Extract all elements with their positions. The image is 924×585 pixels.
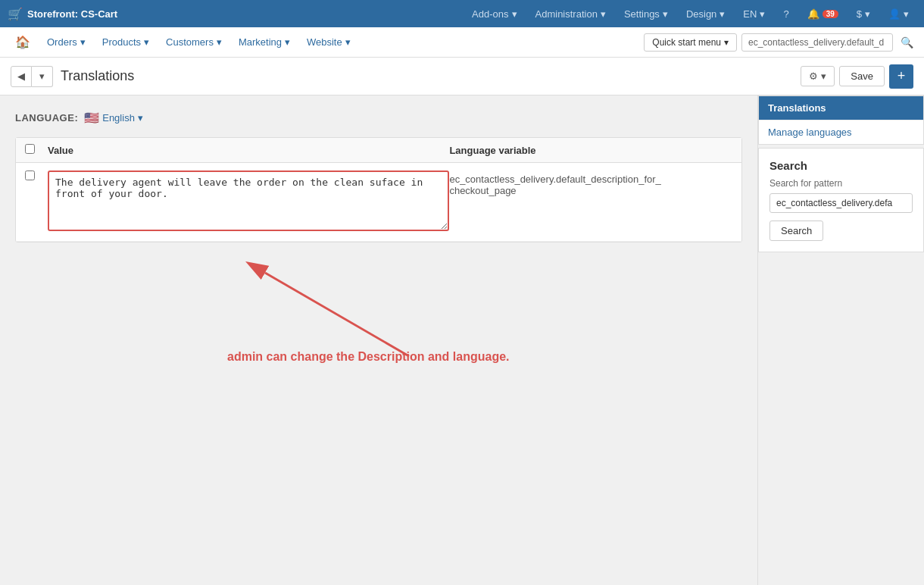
row-langvar-cell: ec_contactless_delivery.default_descript… <box>449 170 732 196</box>
quick-start-button[interactable]: Quick start menu ▾ <box>644 33 737 52</box>
top-nav-right: Add-ons ▾ Administration ▾ Settings ▾ De… <box>464 0 916 27</box>
svg-line-1 <box>265 273 409 356</box>
chevron-down-icon: ▾ <box>865 8 870 20</box>
brand-name: Storefront: CS-Cart <box>27 8 117 20</box>
chevron-down-icon: ▾ <box>345 36 351 48</box>
products-menu[interactable]: Products ▾ <box>95 27 157 58</box>
design-menu[interactable]: Design ▾ <box>679 0 732 27</box>
settings-button[interactable]: ⚙ ▾ <box>801 66 835 86</box>
second-navigation: 🏠 Orders ▾ Products ▾ Customers ▾ Market… <box>0 27 924 58</box>
header-langvar: Language variable <box>449 145 732 156</box>
search-panel-title: Search <box>769 159 913 172</box>
top-search-icon[interactable]: 🔍 <box>897 33 916 52</box>
brand-logo[interactable]: 🛒 Storefront: CS-Cart <box>8 7 117 21</box>
chevron-down-icon: ▾ <box>601 8 606 20</box>
row-checkbox[interactable] <box>25 170 35 180</box>
currency-selector[interactable]: $ ▾ <box>849 0 878 27</box>
sidebar-nav-header: Translations <box>759 96 923 120</box>
chevron-down-icon: ▾ <box>724 37 729 48</box>
user-icon: 👤 <box>888 8 901 20</box>
help-icon[interactable]: ? <box>776 0 796 27</box>
addons-menu[interactable]: Add-ons ▾ <box>464 0 524 27</box>
chevron-down-icon: ▾ <box>821 70 826 82</box>
main-layout: LANGUAGE: 🇺🇸 English ▾ Value Language va… <box>0 95 924 585</box>
language-name: English <box>102 112 135 124</box>
customers-menu[interactable]: Customers ▾ <box>158 27 229 58</box>
dropdown-arrow-button[interactable]: ▾ <box>32 66 53 87</box>
chevron-down-icon: ▾ <box>760 8 765 20</box>
langvar-line2: checkout_page <box>449 185 516 196</box>
language-label: LANGUAGE: <box>15 112 78 124</box>
chevron-down-icon: ▾ <box>285 36 290 48</box>
search-button[interactable]: Search <box>769 221 823 241</box>
chevron-down-icon: ▾ <box>904 8 909 20</box>
gear-icon: ⚙ <box>809 70 818 82</box>
page-title: Translations <box>61 68 134 84</box>
sidebar-search-panel: Search Search for pattern Search <box>758 148 924 252</box>
second-nav-right: Quick start menu ▾ 🔍 <box>644 33 916 52</box>
main-content: LANGUAGE: 🇺🇸 English ▾ Value Language va… <box>0 95 757 585</box>
sidebar-nav-panel: Translations Manage languages <box>758 95 924 145</box>
chevron-down-icon: ▾ <box>217 36 222 48</box>
chevron-down-icon: ▾ <box>512 8 517 20</box>
bell-icon: 🔔 <box>807 8 819 20</box>
settings-menu[interactable]: Settings ▾ <box>617 0 676 27</box>
language-selector[interactable]: 🇺🇸 English ▾ <box>84 111 143 125</box>
row-value-cell: The delivery agent will leave the order … <box>48 170 449 233</box>
back-button[interactable]: ◀ <box>11 66 32 87</box>
annotation-area: admin can change the Description and lan… <box>15 250 742 371</box>
right-sidebar: Translations Manage languages Search Sea… <box>757 95 924 585</box>
table-header: Value Language variable <box>16 138 741 163</box>
notifications-button[interactable]: 🔔 39 <box>800 0 846 27</box>
add-button[interactable]: + <box>889 64 913 89</box>
value-textarea[interactable]: The delivery agent will leave the order … <box>48 170 449 231</box>
row-checkbox-cell <box>25 170 48 183</box>
language-row: LANGUAGE: 🇺🇸 English ▾ <box>15 111 742 125</box>
website-menu[interactable]: Website ▾ <box>299 27 358 58</box>
marketing-menu[interactable]: Marketing ▾ <box>231 27 298 58</box>
top-navigation: 🛒 Storefront: CS-Cart Add-ons ▾ Administ… <box>0 0 924 27</box>
search-pattern-input[interactable] <box>769 193 913 213</box>
administration-menu[interactable]: Administration ▾ <box>528 0 613 27</box>
select-all-checkbox[interactable] <box>25 144 35 154</box>
lang-selector[interactable]: EN ▾ <box>735 0 773 27</box>
chevron-down-icon: ▾ <box>80 36 86 48</box>
orders-menu[interactable]: Orders ▾ <box>39 27 93 58</box>
search-pattern-label: Search for pattern <box>769 178 913 189</box>
page-header: ◀ ▾ Translations ⚙ ▾ Save + <box>0 58 924 95</box>
header-value: Value <box>48 145 449 156</box>
table-row: The delivery agent will leave the order … <box>16 163 741 242</box>
annotation-text: admin can change the Description and lan… <box>227 350 510 364</box>
chevron-down-icon: ▾ <box>144 36 149 48</box>
chevron-down-icon: ▾ <box>138 112 143 124</box>
cart-icon: 🛒 <box>8 7 23 21</box>
page-header-right: ⚙ ▾ Save + <box>801 64 913 89</box>
save-button[interactable]: Save <box>839 66 885 86</box>
home-button[interactable]: 🏠 <box>8 27 38 58</box>
flag-icon: 🇺🇸 <box>84 111 99 125</box>
chevron-down-icon: ▾ <box>720 8 725 20</box>
notifications-badge: 39 <box>823 10 838 18</box>
manage-languages-link[interactable]: Manage languages <box>759 120 923 144</box>
translations-table: Value Language variable The delivery age… <box>15 137 742 242</box>
nav-arrows: ◀ ▾ <box>11 66 53 87</box>
user-menu[interactable]: 👤 ▾ <box>881 0 916 27</box>
top-search-input[interactable] <box>741 33 893 52</box>
chevron-down-icon: ▾ <box>663 8 668 20</box>
header-checkbox-cell <box>25 144 48 156</box>
langvar-line1: ec_contactless_delivery.default_descript… <box>449 174 660 185</box>
